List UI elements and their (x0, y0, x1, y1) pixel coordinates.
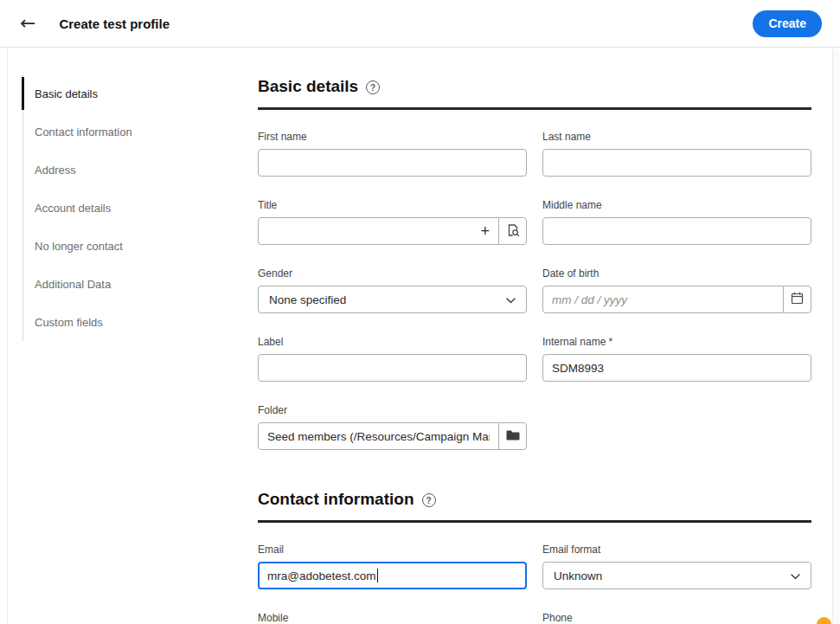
field-mobile: Mobile (258, 612, 527, 624)
field-title: Title + (258, 199, 527, 245)
scrollbar-track[interactable] (832, 48, 840, 624)
contact-section-title: Contact information (258, 490, 414, 509)
help-icon[interactable]: ? (422, 493, 436, 507)
section-divider (258, 107, 811, 110)
document-search-icon (506, 223, 520, 240)
title-add-button[interactable]: + (477, 223, 498, 239)
calendar-icon (791, 292, 804, 307)
help-icon[interactable]: ? (366, 80, 380, 94)
field-last-name: Last name (542, 131, 811, 177)
calendar-button[interactable] (783, 286, 811, 313)
field-label: Label (258, 336, 527, 382)
field-email-format: Email format Unknown (542, 544, 811, 589)
folder-input-group (258, 422, 527, 450)
gender-select[interactable]: None specified (258, 286, 527, 313)
email-format-label: Email format (542, 544, 811, 556)
question-glyph: ? (370, 83, 375, 93)
label-input[interactable] (258, 354, 527, 382)
field-internal-name: Internal name* (542, 336, 811, 382)
dob-input-group (542, 286, 811, 313)
sidebar-item-label: Custom fields (35, 316, 103, 329)
title-picker-button[interactable] (498, 217, 527, 245)
title-input[interactable] (259, 218, 477, 244)
email-value: mra@adobetest.com (267, 569, 376, 582)
sidebar-item-label: Address (35, 164, 76, 177)
sidebar-item-label: Contact information (35, 125, 132, 138)
sidebar-item-custom-fields[interactable]: Custom fields (23, 303, 258, 341)
field-first-name: First name (258, 131, 527, 177)
header: ← Create test profile Create (0, 0, 840, 48)
sidebar-item-label: Additional Data (35, 278, 111, 291)
contact-information-section: Contact information ? Email mra@adobetes… (258, 490, 811, 624)
middle-name-label: Middle name (542, 199, 811, 211)
sidebar-item-no-longer-contact[interactable]: No longer contact (23, 227, 258, 265)
back-button[interactable]: ← (20, 14, 35, 33)
basic-form-grid: First name Last name Title + (258, 131, 811, 450)
gender-selected-value: None specified (269, 293, 346, 306)
page-title: Create test profile (59, 16, 170, 31)
sidebar: Basic details Contact information Addres… (8, 48, 258, 624)
dob-label: Date of birth (542, 267, 811, 280)
content-area: Basic details Contact information Addres… (7, 48, 832, 624)
sidebar-item-label: No longer contact (35, 240, 123, 253)
gender-label: Gender (258, 267, 527, 280)
sidebar-item-label: Account details (35, 202, 111, 215)
field-phone: Phone (542, 612, 811, 624)
folder-input[interactable] (258, 422, 499, 450)
internal-name-input[interactable] (542, 354, 811, 382)
title-combo: + (258, 217, 499, 245)
title-label: Title (258, 199, 527, 211)
first-name-label: First name (258, 131, 527, 143)
title-input-group: + (258, 217, 527, 245)
back-arrow-icon: ← (20, 12, 35, 34)
sidebar-item-additional-data[interactable]: Additional Data (23, 265, 258, 303)
last-name-label: Last name (542, 131, 811, 143)
last-name-input[interactable] (542, 149, 811, 177)
sidebar-item-contact-information[interactable]: Contact information (23, 113, 258, 151)
field-date-of-birth: Date of birth (542, 267, 811, 313)
sidebar-item-address[interactable]: Address (23, 151, 258, 189)
section-nav: Basic details Contact information Addres… (22, 74, 258, 341)
required-asterisk: * (608, 336, 612, 348)
form-main: Basic details ? First name Last name Tit… (258, 48, 811, 624)
field-middle-name: Middle name (542, 199, 811, 245)
basic-section-header: Basic details ? (258, 77, 811, 96)
email-format-select[interactable]: Unknown (542, 562, 811, 589)
dob-input[interactable] (542, 286, 784, 313)
create-button[interactable]: Create (753, 10, 822, 37)
sidebar-item-account-details[interactable]: Account details (23, 189, 258, 227)
label-label: Label (258, 336, 527, 348)
contact-form-grid: Email mra@adobetest.com Email format Unk… (258, 544, 811, 624)
chevron-down-icon (506, 293, 516, 306)
text-caret (377, 569, 379, 582)
contact-section-header: Contact information ? (258, 490, 811, 509)
basic-details-section: Basic details ? First name Last name Tit… (258, 77, 811, 450)
first-name-input[interactable] (258, 149, 527, 177)
field-folder: Folder (258, 404, 527, 450)
question-glyph: ? (426, 496, 431, 505)
chevron-down-icon (791, 569, 800, 582)
email-label: Email (258, 544, 527, 556)
section-divider (258, 520, 811, 523)
basic-section-title: Basic details (258, 77, 358, 96)
mobile-label: Mobile (258, 612, 527, 624)
folder-label: Folder (258, 404, 527, 416)
plus-icon: + (480, 223, 490, 239)
field-gender: Gender None specified (258, 267, 527, 313)
internal-name-label: Internal name* (542, 336, 811, 348)
middle-name-input[interactable] (542, 217, 811, 245)
folder-picker-button[interactable] (498, 422, 527, 450)
email-input[interactable]: mra@adobetest.com (258, 562, 527, 589)
sidebar-item-label: Basic details (35, 87, 98, 100)
phone-label: Phone (542, 612, 811, 624)
field-email: Email mra@adobetest.com (258, 544, 527, 589)
email-format-selected-value: Unknown (554, 569, 602, 582)
internal-name-label-text: Internal name (542, 336, 606, 348)
folder-icon (506, 430, 520, 443)
sidebar-item-basic-details[interactable]: Basic details (23, 74, 258, 113)
